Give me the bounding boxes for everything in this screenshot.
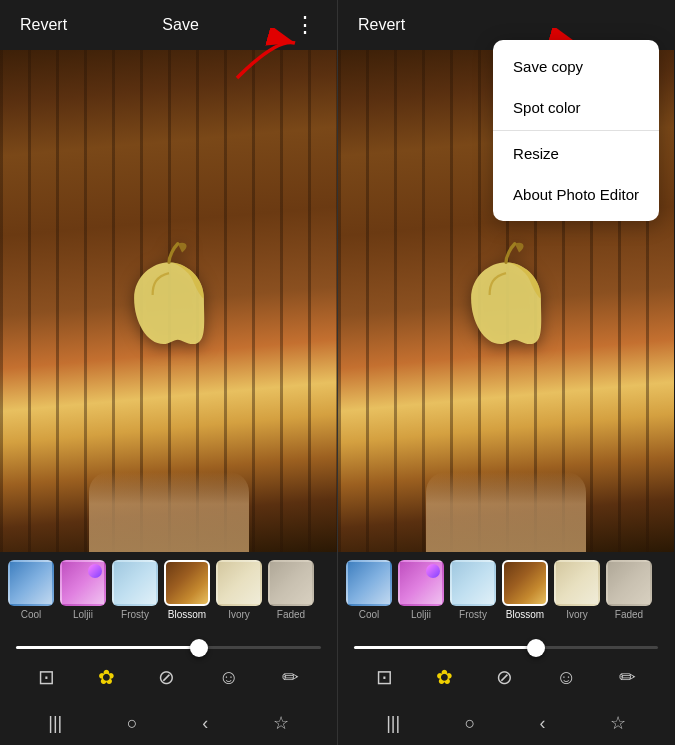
filter-cool-right[interactable]: Cool bbox=[346, 560, 392, 620]
filter-name-blossom-right: Blossom bbox=[506, 609, 544, 620]
filter-loljii-right[interactable]: Loljii bbox=[398, 560, 444, 620]
filter-thumb-blossom-right bbox=[502, 560, 548, 606]
crop-icon[interactable]: ⊡ bbox=[38, 665, 55, 689]
revert-button-right[interactable]: Revert bbox=[358, 16, 405, 34]
more-options-button-left[interactable]: ⋮ bbox=[294, 12, 317, 38]
filter-loljii-left[interactable]: Loljii bbox=[60, 560, 106, 620]
filter-thumb-frosty-right bbox=[450, 560, 496, 606]
save-button-left[interactable]: Save bbox=[162, 16, 198, 34]
hand-area-right bbox=[426, 472, 586, 552]
filter-frosty-left[interactable]: Frosty bbox=[112, 560, 158, 620]
filter-frosty-right[interactable]: Frosty bbox=[450, 560, 496, 620]
filter-thumb-cool-left bbox=[8, 560, 54, 606]
brush-icon[interactable]: ✏ bbox=[282, 665, 299, 689]
filter-thumb-frosty-left bbox=[112, 560, 158, 606]
filter-name-frosty-left: Frosty bbox=[121, 609, 149, 620]
slider-right[interactable] bbox=[338, 642, 674, 653]
filter-thumb-blossom-left bbox=[164, 560, 210, 606]
hand-area bbox=[89, 472, 249, 552]
filter2-icon[interactable]: ⊘ bbox=[158, 665, 175, 689]
filter-name-blossom-left: Blossom bbox=[168, 609, 206, 620]
bottom-tools-right: ⊡ ✿ ⊘ ☺ ✏ bbox=[338, 653, 674, 701]
apple-logo-right bbox=[451, 235, 561, 355]
spot-color-menu-item[interactable]: Spot color bbox=[493, 87, 659, 128]
filter-thumb-cool-right bbox=[346, 560, 392, 606]
filter-thumb-faded-right bbox=[606, 560, 652, 606]
menu-nav-icon-left[interactable]: ||| bbox=[48, 713, 62, 734]
dropdown-divider bbox=[493, 130, 659, 131]
slider-left[interactable] bbox=[0, 642, 337, 653]
face-icon-right[interactable]: ☺ bbox=[556, 666, 576, 689]
revert-button-left[interactable]: Revert bbox=[20, 16, 67, 34]
photo-area-left bbox=[0, 50, 337, 552]
slider-fill-left bbox=[16, 646, 199, 649]
filter-name-cool-left: Cool bbox=[21, 609, 42, 620]
filter-blossom-right[interactable]: Blossom bbox=[502, 560, 548, 620]
filter-strip-right: Cool Loljii Frosty Blossom Ivory Faded bbox=[338, 552, 674, 642]
filter-ivory-right[interactable]: Ivory bbox=[554, 560, 600, 620]
filter-thumb-ivory-left bbox=[216, 560, 262, 606]
nav-bar-left: ||| ○ ‹ ☆ bbox=[0, 701, 337, 745]
filter2-icon-right[interactable]: ⊘ bbox=[496, 665, 513, 689]
filter-list-left: Cool Loljii Frosty Blossom Ivory Faded bbox=[0, 560, 337, 620]
home-nav-icon-left[interactable]: ○ bbox=[127, 713, 138, 734]
crop-icon-right[interactable]: ⊡ bbox=[376, 665, 393, 689]
filter-strip-left: Cool Loljii Frosty Blossom Ivory Faded bbox=[0, 552, 337, 642]
slider-track-left bbox=[16, 646, 321, 649]
filter-faded-left[interactable]: Faded bbox=[268, 560, 314, 620]
filter-thumb-ivory-right bbox=[554, 560, 600, 606]
filter-name-faded-left: Faded bbox=[277, 609, 305, 620]
person-nav-icon-right[interactable]: ☆ bbox=[610, 712, 626, 734]
filter-ivory-left[interactable]: Ivory bbox=[216, 560, 262, 620]
filter-thumb-loljii-left bbox=[60, 560, 106, 606]
resize-menu-item[interactable]: Resize bbox=[493, 133, 659, 174]
filter-name-cool-right: Cool bbox=[359, 609, 380, 620]
filter-thumb-faded-left bbox=[268, 560, 314, 606]
filter-name-loljii-right: Loljii bbox=[411, 609, 431, 620]
slider-thumb-left[interactable] bbox=[190, 639, 208, 657]
dropdown-menu: Save copy Spot color Resize About Photo … bbox=[493, 40, 659, 221]
effect-icon-right[interactable]: ✿ bbox=[436, 665, 453, 689]
back-nav-icon-left[interactable]: ‹ bbox=[202, 713, 208, 734]
brush-icon-right[interactable]: ✏ bbox=[619, 665, 636, 689]
bottom-tools-left: ⊡ ✿ ⊘ ☺ ✏ bbox=[0, 653, 337, 701]
slider-track-right bbox=[354, 646, 658, 649]
back-nav-icon-right[interactable]: ‹ bbox=[540, 713, 546, 734]
filter-blossom-left[interactable]: Blossom bbox=[164, 560, 210, 620]
person-nav-icon-left[interactable]: ☆ bbox=[273, 712, 289, 734]
slider-fill-right bbox=[354, 646, 536, 649]
about-menu-item[interactable]: About Photo Editor bbox=[493, 174, 659, 215]
filter-name-ivory-right: Ivory bbox=[566, 609, 588, 620]
nav-bar-right: ||| ○ ‹ ☆ bbox=[338, 701, 674, 745]
panel-left: Revert Save ⋮ bbox=[0, 0, 337, 745]
panel-right: Revert Save copy Spot color Resize About… bbox=[337, 0, 674, 745]
filter-name-frosty-right: Frosty bbox=[459, 609, 487, 620]
filter-cool-left[interactable]: Cool bbox=[8, 560, 54, 620]
effect-icon[interactable]: ✿ bbox=[98, 665, 115, 689]
top-bar-left: Revert Save ⋮ bbox=[0, 0, 337, 50]
filter-list-right: Cool Loljii Frosty Blossom Ivory Faded bbox=[338, 560, 674, 620]
menu-nav-icon-right[interactable]: ||| bbox=[386, 713, 400, 734]
home-nav-icon-right[interactable]: ○ bbox=[464, 713, 475, 734]
filter-thumb-loljii-right bbox=[398, 560, 444, 606]
filter-name-faded-right: Faded bbox=[615, 609, 643, 620]
save-copy-menu-item[interactable]: Save copy bbox=[493, 46, 659, 87]
filter-faded-right[interactable]: Faded bbox=[606, 560, 652, 620]
filter-name-ivory-left: Ivory bbox=[228, 609, 250, 620]
filter-name-loljii-left: Loljii bbox=[73, 609, 93, 620]
slider-thumb-right[interactable] bbox=[527, 639, 545, 657]
apple-logo bbox=[114, 235, 224, 355]
face-icon[interactable]: ☺ bbox=[219, 666, 239, 689]
